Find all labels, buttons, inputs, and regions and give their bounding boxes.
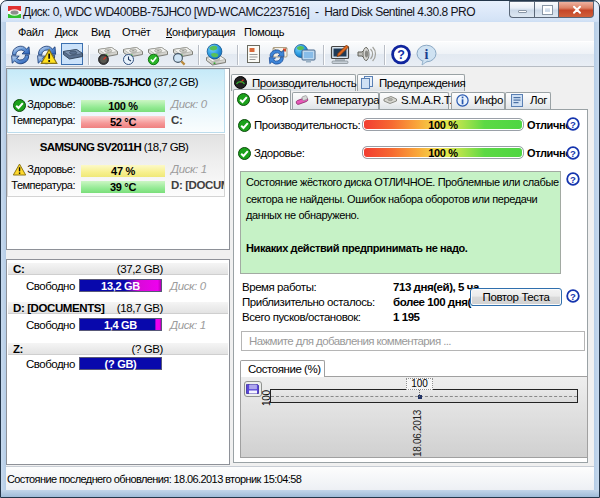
svg-text:?: ? [570,174,576,185]
svg-text:?: ? [570,291,576,302]
svg-text:?: ? [397,48,405,62]
svg-text:?: ? [570,148,576,159]
svg-text:?: ? [570,119,576,130]
svg-text:i: i [425,47,429,62]
